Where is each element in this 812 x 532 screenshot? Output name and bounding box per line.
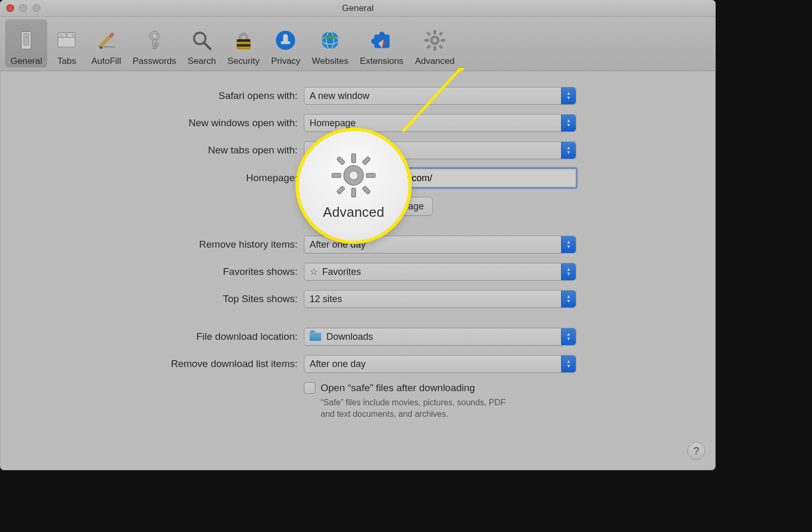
set-current-page-button[interactable]: Page — [393, 197, 433, 216]
homepage-field[interactable] — [304, 169, 576, 187]
help-button[interactable]: ? — [687, 442, 705, 460]
new-tabs-open-with-label: New tabs open with: — [0, 145, 304, 156]
set-current-page-label: Page — [402, 201, 424, 212]
svg-rect-38 — [439, 32, 443, 36]
search-icon — [189, 28, 214, 53]
window-controls — [6, 4, 40, 12]
window-title: General — [0, 0, 716, 17]
security-icon — [231, 28, 256, 53]
svg-point-29 — [371, 38, 377, 44]
tab-websites-label: Websites — [312, 56, 348, 66]
tab-general[interactable]: General — [5, 19, 47, 68]
new-windows-open-with-popup[interactable]: Homepage — [304, 114, 576, 132]
top-sites-shows-popup[interactable]: 12 sites — [304, 290, 576, 308]
popup-arrows-icon — [561, 328, 576, 345]
svg-rect-36 — [441, 39, 445, 41]
favorites-shows-label: Favorites shows: — [0, 266, 304, 278]
svg-rect-20 — [237, 44, 250, 47]
popup-arrows-icon — [561, 291, 576, 307]
tab-security[interactable]: Security — [222, 19, 265, 68]
svg-rect-37 — [427, 32, 431, 36]
top-sites-shows-label: Top Sites shows: — [0, 293, 304, 305]
svg-rect-33 — [434, 30, 436, 34]
svg-rect-40 — [439, 45, 443, 49]
tab-autofill-label: AutoFill — [91, 56, 121, 66]
download-location-value: Downloads — [326, 331, 373, 342]
popup-arrows-icon — [561, 115, 576, 131]
zoom-window-button[interactable] — [32, 4, 40, 12]
tab-autofill[interactable]: AutoFill — [86, 19, 126, 68]
tab-extensions-label: Extensions — [360, 56, 403, 66]
tab-websites[interactable]: Websites — [306, 19, 354, 68]
svg-line-17 — [204, 43, 211, 49]
tab-privacy-label: Privacy — [271, 56, 301, 66]
safari-opens-with-label: Safari opens with: — [0, 90, 304, 102]
safari-opens-with-popup[interactable]: A new window — [304, 87, 576, 105]
svg-point-41 — [433, 38, 436, 42]
titlebar: General — [0, 0, 716, 17]
download-location-label: File download location: — [0, 331, 304, 342]
open-safe-files-hint: “Safe” files include movies, pictures, s… — [321, 397, 520, 419]
advanced-gear-icon — [422, 28, 447, 53]
svg-point-24 — [322, 32, 339, 49]
general-icon — [14, 28, 39, 53]
svg-rect-1 — [24, 34, 29, 45]
close-window-button[interactable] — [6, 4, 14, 12]
extensions-icon — [369, 28, 394, 53]
passwords-icon — [142, 28, 167, 53]
svg-rect-39 — [427, 45, 431, 49]
svg-rect-3 — [58, 37, 75, 47]
minimize-window-button[interactable] — [19, 4, 27, 12]
popup-arrows-icon — [561, 87, 576, 104]
favorites-shows-value: Favorites — [322, 267, 361, 278]
homepage-label: Homepage: — [0, 172, 304, 184]
tab-tabs-label: Tabs — [58, 56, 76, 66]
prefs-toolbar: General ×+ Tabs AutoFill Passwords Searc… — [0, 17, 716, 71]
svg-point-12 — [152, 34, 156, 38]
popup-arrows-icon — [561, 236, 576, 253]
open-safe-files-checkbox[interactable] — [304, 382, 315, 394]
safari-opens-with-value: A new window — [310, 91, 369, 102]
remove-history-label: Remove history items: — [0, 239, 304, 250]
open-safe-files-label: Open “safe” files after downloading — [321, 382, 475, 394]
remove-history-popup[interactable]: After one day — [304, 236, 576, 253]
download-location-popup[interactable]: Downloads — [304, 328, 576, 346]
svg-rect-34 — [434, 47, 436, 50]
tab-advanced-label: Advanced — [415, 56, 455, 66]
folder-icon — [310, 332, 321, 341]
favorites-shows-popup[interactable]: ☆ Favorites — [304, 263, 576, 281]
svg-rect-23 — [281, 41, 290, 45]
remove-download-list-value: After one day — [310, 359, 366, 370]
svg-rect-19 — [237, 39, 250, 42]
tab-security-label: Security — [227, 56, 259, 66]
general-pane: Safari opens with: A new window New wind… — [0, 71, 716, 470]
svg-rect-14 — [155, 43, 158, 46]
popup-arrows-icon — [561, 142, 576, 159]
tab-tabs[interactable]: ×+ Tabs — [48, 19, 85, 68]
websites-icon — [317, 28, 343, 53]
autofill-icon — [94, 28, 119, 53]
popup-arrows-icon — [561, 356, 576, 372]
new-windows-open-with-value: Homepage — [310, 118, 356, 129]
tab-advanced[interactable]: Advanced — [410, 19, 460, 68]
svg-rect-35 — [425, 39, 429, 41]
remove-download-list-popup[interactable]: After one day — [304, 355, 576, 373]
svg-point-28 — [379, 32, 385, 38]
tab-general-label: General — [10, 56, 42, 66]
privacy-icon — [273, 28, 298, 53]
tab-search[interactable]: Search — [182, 19, 221, 68]
popup-arrows-icon — [561, 263, 576, 280]
preferences-window: General General ×+ Tabs AutoFill Passwor — [0, 0, 716, 470]
remove-download-list-label: Remove download list items: — [0, 358, 304, 370]
svg-text:×: × — [61, 34, 63, 37]
svg-rect-15 — [155, 46, 158, 48]
tab-passwords-label: Passwords — [133, 56, 176, 66]
help-icon: ? — [693, 445, 699, 457]
tab-privacy[interactable]: Privacy — [266, 19, 306, 68]
svg-text:+: + — [72, 33, 74, 38]
new-tabs-open-with-popup[interactable] — [304, 141, 576, 159]
tab-passwords[interactable]: Passwords — [127, 19, 181, 68]
tab-search-label: Search — [188, 56, 216, 66]
remove-history-value: After one day — [310, 239, 366, 250]
tab-extensions[interactable]: Extensions — [355, 19, 409, 68]
